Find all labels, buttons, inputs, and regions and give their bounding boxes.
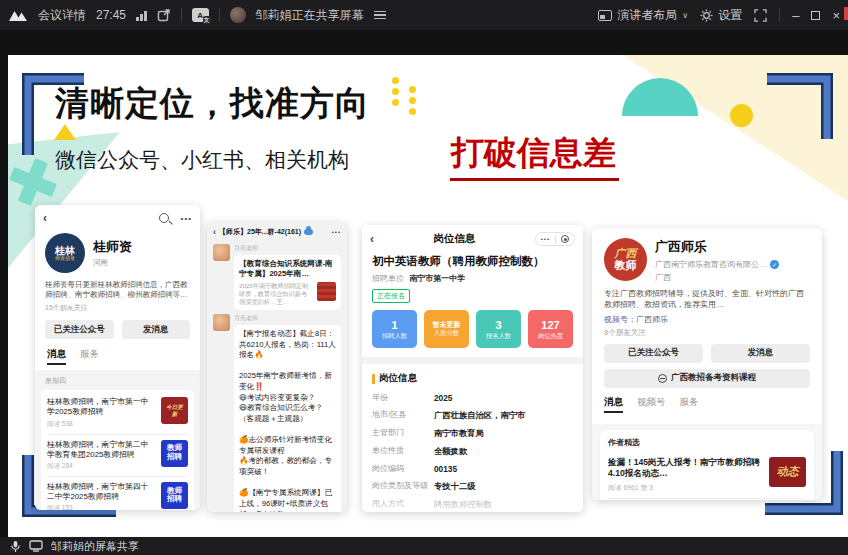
employer-value: 南宁市第一中学 — [409, 274, 465, 283]
article-row[interactable]: 速看！南宁市2025年招聘中小幼教师3025人笔试最新… 阅读 4141 赞 2… — [608, 499, 806, 500]
fullscreen-icon[interactable] — [754, 9, 767, 22]
account-tabs: 消息 视频号 服务 — [592, 388, 822, 417]
close-miniprogram-icon[interactable] — [561, 235, 569, 243]
account-description[interactable]: 专注广西教师招聘辅导，提供及时、全面、针对性的广西教师招聘、教招资讯，推荐实用… — [592, 283, 822, 311]
account-region: 广西 — [655, 272, 779, 283]
avatar-subtext: 教师 — [615, 260, 637, 272]
followed-button[interactable]: 已关注公众号 — [45, 320, 114, 339]
divider — [181, 8, 182, 22]
article-meta: 阅读 153 — [47, 504, 156, 510]
article-feed: 作者精选 捡漏！145岗无人报考！南宁市教师招聘4.10报名动态… 阅读 696… — [592, 424, 822, 500]
shared-link-card[interactable]: 【教育综合知识系统网课-南宁专属】2025年南… 2025年南宁教师招聘定制研发… — [234, 255, 341, 310]
more-icon[interactable]: ••• — [541, 236, 550, 242]
stat-label: 岗位热度 — [538, 332, 563, 340]
tab-video[interactable]: 视频号 — [637, 396, 666, 413]
article-thumbnail: 动态 — [769, 457, 806, 487]
chat-header: ‹ 【师乐】25年...群-42(161) ••• — [207, 222, 347, 240]
course-button-label: 广西教招备考资料课程 — [671, 372, 756, 384]
tab-messages[interactable]: 消息 — [47, 348, 66, 365]
page-title: 岗位信息 — [374, 232, 535, 246]
article-list: 桂林教师招聘，南宁市第一中学2025教师招聘 阅读 538 今日更新 桂林教师招… — [41, 390, 194, 510]
screen-share-icon[interactable] — [29, 540, 43, 552]
shared-link-desc: 2025年南宁教师招聘定制研发，教育综合知识新考情深度剖析，王… — [239, 282, 313, 306]
sender-name: 月亮老师 — [234, 244, 341, 253]
field-label: 岗位类别及等级 — [372, 481, 434, 492]
stat-label: 招聘人数 — [382, 332, 407, 340]
blue-bracket-top-right — [765, 73, 833, 139]
phone-navbar: ‹ 岗位信息 ••• — [362, 225, 583, 250]
slide-title: 清晰定位，找准方向 — [55, 81, 370, 127]
article-row[interactable]: 捡漏！145岗无人报考！南宁市教师招聘4.10报名动态… 阅读 6961 赞 3… — [608, 452, 806, 499]
course-icon — [658, 374, 667, 383]
stat-card: 127 岗位热度 — [528, 310, 573, 348]
stat-value: 1 — [391, 319, 397, 332]
tab-services[interactable]: 服务 — [80, 348, 99, 365]
field-label: 岗位编码 — [372, 464, 434, 474]
settings-button[interactable]: 设置 — [700, 7, 742, 24]
microphone-icon[interactable] — [10, 540, 21, 553]
field-row: 单位性质全额拨款 — [362, 442, 583, 460]
article-row[interactable]: 桂林教师招聘，南宁市第四十二中学2025教师招聘 阅读 153 教师招聘 — [47, 477, 188, 510]
meeting-details-button[interactable]: 会议详情 — [38, 7, 86, 24]
presentation-slide: 清晰定位，找准方向 微信公众号、小红书、相关机构 打破信息差 ‹ ••• 桂林 … — [8, 55, 848, 537]
back-icon[interactable]: ‹ — [213, 227, 216, 237]
field-value: 广西壮族自治区，南宁市 — [434, 410, 573, 421]
send-message-button[interactable]: 发消息 — [122, 320, 191, 339]
meeting-timer: 27:45 — [96, 8, 126, 22]
network-signal-icon — [136, 10, 147, 21]
screenshot-job-info-page: ‹ 岗位信息 ••• 初中英语教师（聘用教师控制数） 招聘单位 南宁市第一中学 … — [362, 225, 583, 512]
field-value: 南宁市教育局 — [434, 428, 573, 439]
close-button[interactable]: × — [832, 9, 840, 22]
followed-button[interactable]: 已关注公众号 — [604, 344, 703, 363]
shared-link-title: 【教育综合知识系统网课-南宁专属】2025年南… — [239, 259, 336, 279]
more-icon[interactable]: ••• — [332, 229, 341, 235]
stat-value: 127 — [541, 319, 559, 332]
account-description[interactable]: 桂师资每日更新桂林教师招聘信息，广西教师招聘、南宁教师招聘、柳州教师招聘等广西… — [35, 275, 200, 300]
share-options-icon[interactable] — [374, 11, 386, 20]
maximize-button[interactable] — [811, 11, 820, 20]
avatar-subtext: 师资招录 — [55, 256, 75, 262]
chat-message: 月亮老师 【教育综合知识系统网课-南宁专属】2025年南… 2025年南宁教师招… — [207, 240, 347, 310]
article-meta: 阅读 284 — [47, 462, 156, 471]
stat-label: 入面分数 — [434, 329, 459, 337]
back-icon[interactable]: ‹ — [43, 211, 47, 225]
company-name: 广西南宁师乐教育咨询有限公… — [655, 259, 767, 270]
open-window-icon[interactable] — [157, 8, 171, 22]
layout-button[interactable]: 演讲者布局 ∨ — [598, 7, 688, 24]
field-value: 00135 — [434, 464, 573, 474]
layout-icon — [598, 10, 612, 21]
article-row[interactable]: 桂林教师招聘，南宁市第一中学2025教师招聘 阅读 538 今日更新 — [47, 392, 188, 434]
caption-translate-icon[interactable]: A文 — [192, 8, 209, 22]
account-company: 广西南宁师乐教育咨询有限公… ✓ — [655, 259, 779, 270]
friends-follow-count: 8个朋友关注 — [592, 325, 822, 338]
account-region: 河南 — [93, 258, 132, 268]
minimize-button[interactable]: – — [792, 9, 799, 22]
job-title: 初中英语教师（聘用教师控制数） — [362, 250, 583, 269]
tab-services[interactable]: 服务 — [680, 396, 699, 413]
search-icon[interactable] — [159, 213, 169, 223]
sender-avatar[interactable] — [213, 244, 230, 261]
course-materials-button[interactable]: 广西教招备考资料课程 — [604, 369, 810, 388]
stat-value: 暂未更新 — [433, 321, 461, 329]
field-label: 地市/区县 — [372, 410, 434, 421]
send-message-button[interactable]: 发消息 — [711, 344, 810, 363]
job-stats: 1 招聘人数 暂未更新 入面分数 3 报名人数 127 岗位热度 — [362, 303, 583, 357]
chat-title: 【师乐】25年...群-42(161) — [219, 227, 301, 237]
layout-button-label: 演讲者布局 — [617, 7, 677, 24]
status-badge: 正在报名 — [372, 289, 410, 303]
miniprogram-controls: ••• — [535, 232, 575, 246]
yellow-dots-decoration — [409, 86, 416, 115]
tab-messages[interactable]: 消息 — [604, 396, 623, 413]
field-value: 专技十二级 — [434, 481, 573, 492]
article-meta: 阅读 538 — [47, 420, 156, 429]
chevron-down-icon: ∨ — [682, 11, 688, 20]
more-icon[interactable]: ••• — [181, 214, 192, 223]
article-row[interactable]: 桂林教师招聘，南宁市第二中学教育集团2025教师招聘 阅读 284 教师招聘 — [47, 435, 188, 477]
article-title: 桂林教师招聘，南宁市第四十二中学2025教师招聘 — [47, 482, 156, 502]
phone-navbar: ‹ ••• — [35, 205, 200, 227]
sender-avatar[interactable] — [213, 314, 230, 331]
article-meta: 阅读 6961 赞 3 — [608, 483, 763, 493]
video-account-link[interactable]: 视频号：广西师乐 — [592, 311, 822, 325]
topbar-right: 演讲者布局 ∨ 设置 – × — [598, 7, 840, 24]
topbar-left: 会议详情 27:45 A文 邹莉娟正在共享屏幕 — [8, 7, 598, 24]
